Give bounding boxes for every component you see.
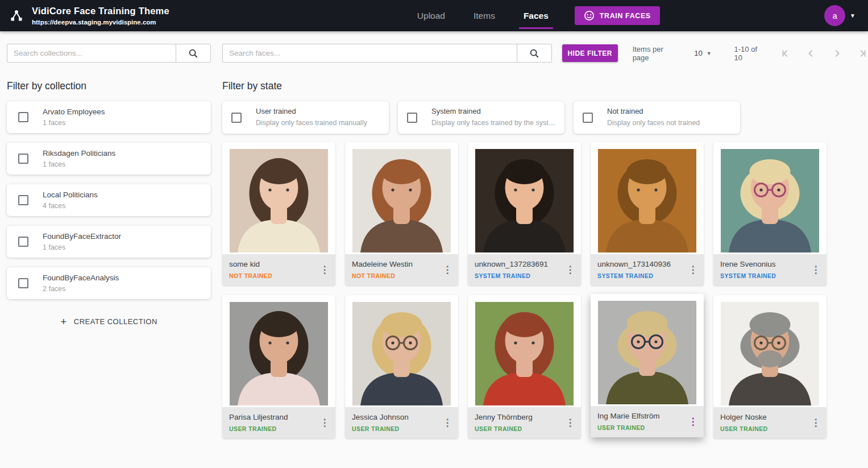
face-name: Jenny Thörnberg	[475, 413, 533, 422]
next-page-button[interactable]	[831, 48, 842, 59]
user-menu: a ▼	[824, 5, 855, 26]
face-card[interactable]: Madeleine Westin NOT TRAINED ⋮	[345, 142, 458, 285]
faces-search-input[interactable]	[223, 44, 517, 62]
collection-checkbox[interactable]	[18, 278, 28, 288]
collection-card[interactable]: Local Politicians 4 faces	[7, 184, 211, 216]
collection-checkbox[interactable]	[18, 112, 28, 122]
collection-card[interactable]: FoundByFaceExtractor 1 faces	[7, 226, 211, 258]
collection-list: Arvato Employees 1 faces Riksdagen Polit…	[7, 101, 211, 299]
collection-card[interactable]: Riksdagen Politicians 1 faces	[7, 143, 211, 175]
face-meta: unknown_137283691 SYSTEM TRAINED	[475, 260, 548, 280]
items-per-page-value: 10	[694, 49, 702, 57]
collection-name: Arvato Employees	[43, 107, 105, 117]
state-filter-title: User trained	[256, 107, 367, 117]
face-card-footer: unknown_173140936 SYSTEM TRAINED ⋮	[591, 254, 704, 285]
kebab-menu-icon[interactable]: ⋮	[684, 412, 701, 432]
title-block: VidiCore Face Training Theme https://dee…	[32, 5, 169, 26]
state-filter-text: System trained Display only faces traine…	[431, 107, 555, 127]
user-menu-caret-icon[interactable]: ▼	[850, 13, 855, 19]
face-name: Parisa Liljestrand	[229, 413, 288, 422]
collection-count: 2 faces	[43, 284, 119, 293]
face-card[interactable]: unknown_173140936 SYSTEM TRAINED ⋮	[591, 142, 704, 285]
hair-front	[259, 159, 300, 184]
face-photo	[468, 142, 581, 254]
app-header: VidiCore Face Training Theme https://dee…	[0, 0, 868, 31]
portrait-image	[598, 301, 696, 404]
state-filter-card[interactable]: User trained Display only faces trained …	[222, 101, 389, 134]
kebab-menu-icon[interactable]: ⋮	[684, 260, 701, 280]
face-photo	[713, 295, 827, 407]
state-filter-checkbox[interactable]	[231, 113, 242, 123]
collection-card[interactable]: Arvato Employees 1 faces	[7, 101, 211, 133]
kebab-menu-icon[interactable]: ⋮	[439, 260, 456, 280]
state-filter-text: User trained Display only faces trained …	[256, 107, 367, 127]
collections-search-button[interactable]	[176, 44, 210, 62]
collection-card[interactable]: FoundByFaceAnalysis 2 faces	[7, 267, 211, 299]
kebab-menu-icon[interactable]: ⋮	[807, 413, 824, 433]
face-photo	[222, 295, 335, 407]
face-card[interactable]: Jessica Johnson USER TRAINED ⋮	[345, 295, 458, 438]
face-card[interactable]: Parisa Liljestrand USER TRAINED ⋮	[222, 295, 335, 438]
nav-tab-faces[interactable]: Faces	[522, 7, 550, 24]
collection-checkbox[interactable]	[18, 195, 28, 205]
nav-tab-upload[interactable]: Upload	[416, 7, 446, 24]
state-filter-row: User trained Display only faces trained …	[222, 101, 868, 134]
faces-main: HIDE FILTER Items per page 10 ▼ 1-10 of …	[222, 31, 868, 438]
train-faces-button[interactable]: TRAIN FACES	[575, 6, 660, 25]
face-card[interactable]: Holger Noske USER TRAINED ⋮	[713, 295, 827, 438]
first-page-icon	[780, 48, 791, 59]
face-card-footer: Parisa Liljestrand USER TRAINED ⋮	[222, 407, 335, 438]
face-card[interactable]: Jenny Thörnberg USER TRAINED ⋮	[468, 295, 581, 438]
hair-front	[504, 159, 545, 184]
portrait-image	[475, 149, 574, 252]
kebab-menu-icon[interactable]: ⋮	[439, 413, 456, 433]
collection-name: FoundByFaceAnalysis	[43, 273, 119, 283]
faces-search	[222, 44, 552, 63]
kebab-menu-icon[interactable]: ⋮	[562, 260, 579, 280]
collections-sidebar: Filter by collection Arvato Employees 1 …	[7, 31, 211, 327]
vidicore-logo-icon	[9, 9, 24, 23]
eye-left	[514, 341, 517, 344]
kebab-menu-icon[interactable]: ⋮	[562, 413, 579, 433]
face-card-footer: some kid NOT TRAINED ⋮	[222, 254, 335, 285]
face-card[interactable]: unknown_137283691 SYSTEM TRAINED ⋮	[468, 142, 581, 285]
state-filter-card[interactable]: System trained Display only faces traine…	[398, 101, 564, 134]
chevron-right-icon	[832, 48, 842, 59]
state-filter-card[interactable]: Not trained Display only faces not train…	[574, 101, 740, 134]
face-card[interactable]: Ing Marie Elfström USER TRAINED ⋮	[591, 294, 704, 437]
kebab-menu-icon[interactable]: ⋮	[316, 260, 333, 280]
collection-checkbox[interactable]	[18, 154, 28, 164]
face-card-footer: Ing Marie Elfström USER TRAINED ⋮	[591, 406, 704, 437]
face-card[interactable]: Irene Svenonius SYSTEM TRAINED ⋮	[713, 142, 827, 285]
eye-right	[777, 188, 780, 191]
face-photo	[468, 295, 581, 407]
prev-page-button[interactable]	[805, 48, 817, 59]
eye-left	[637, 340, 639, 343]
nav-tab-items[interactable]: Items	[472, 7, 496, 24]
kebab-menu-icon[interactable]: ⋮	[807, 260, 824, 280]
first-page-button[interactable]	[780, 48, 791, 59]
face-card-footer: Madeleine Westin NOT TRAINED ⋮	[345, 254, 458, 285]
faces-search-button[interactable]	[517, 44, 551, 62]
face-status: SYSTEM TRAINED	[720, 272, 776, 280]
face-card[interactable]: some kid NOT TRAINED ⋮	[222, 142, 335, 285]
collection-checkbox[interactable]	[18, 237, 28, 247]
eye-left	[268, 341, 271, 344]
kebab-menu-icon[interactable]: ⋮	[316, 413, 333, 433]
state-filter-checkbox[interactable]	[583, 113, 593, 123]
face-photo	[345, 295, 458, 407]
hide-filter-button[interactable]: HIDE FILTER	[562, 44, 618, 62]
create-collection-button[interactable]: + CREATE COLLECTION	[60, 316, 157, 327]
face-name: Madeleine Westin	[352, 260, 413, 269]
face-card-footer: Jenny Thörnberg USER TRAINED ⋮	[468, 407, 581, 438]
filter-by-state-heading: Filter by state	[222, 80, 868, 92]
face-photo	[713, 142, 827, 254]
collections-search-input[interactable]	[7, 44, 176, 62]
items-per-page-select[interactable]: 10 ▼	[694, 49, 711, 57]
eye-right	[654, 340, 657, 343]
state-filter-title: Not trained	[607, 107, 700, 117]
state-filter-checkbox[interactable]	[407, 113, 417, 123]
portrait-image	[721, 149, 819, 252]
avatar[interactable]: a	[824, 5, 845, 26]
last-page-button[interactable]	[857, 48, 868, 59]
